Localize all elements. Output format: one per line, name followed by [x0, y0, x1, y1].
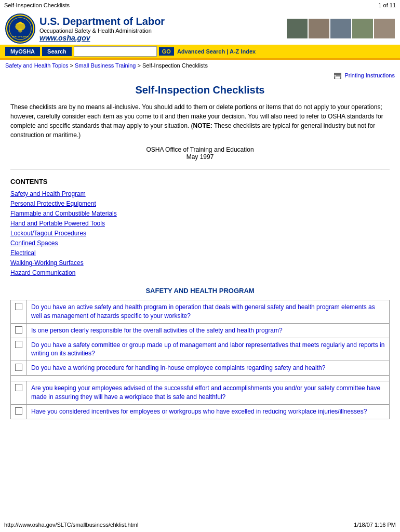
osha-seal: DEPT OF LABOR	[5, 14, 35, 44]
checkbox[interactable]	[15, 341, 22, 348]
header-photo-1	[287, 19, 308, 38]
site-header: DEPT OF LABOR U.S. Department of Labor O…	[0, 10, 400, 60]
toc-link-8[interactable]: Walking-Working Surfaces	[10, 259, 84, 267]
header-top: DEPT OF LABOR U.S. Department of Labor O…	[0, 10, 400, 44]
footer-url: http://www.osha.gov/SLTC/smallbusiness/c…	[4, 522, 138, 528]
question-cell: Is one person clearly responsible for th…	[27, 323, 390, 338]
spacer-row	[11, 376, 390, 381]
svg-rect-9	[335, 75, 336, 76]
list-item: Hazard Communication	[10, 269, 390, 276]
list-item: Walking-Working Surfaces	[10, 259, 390, 267]
printing-instructions-link[interactable]: Printing Instructions	[344, 72, 395, 78]
page-title-top: Self-Inspection Checklists	[4, 2, 70, 8]
section-header-shp: SAFETY AND HEALTH PROGRAM	[10, 287, 390, 295]
checkbox[interactable]	[15, 407, 22, 415]
checkbox-cell[interactable]	[11, 300, 27, 324]
myosha-link[interactable]: MyOSHA	[5, 47, 40, 56]
table-row: Do you have a safety committee or group …	[11, 338, 390, 361]
svg-rect-6	[335, 73, 340, 75]
list-item: Flammable and Combustible Materials	[10, 209, 390, 217]
nav-bar: MyOSHA Search GO Advanced Search | A-Z I…	[0, 45, 400, 58]
contents-label: CONTENTS	[10, 178, 390, 185]
header-photo-4	[352, 19, 373, 38]
checkbox-cell[interactable]	[11, 338, 27, 361]
toc-link-2[interactable]: Personal Protective Equipment	[10, 200, 96, 207]
contents-list: Safety and Health Program Personal Prote…	[10, 190, 390, 276]
toc-link-6[interactable]: Confined Spaces	[10, 240, 58, 247]
logo-text: U.S. Department of Labor Occupational Sa…	[39, 16, 165, 42]
checkbox-cell[interactable]	[11, 381, 27, 405]
az-index-link[interactable]: A-Z Index	[230, 48, 256, 55]
top-bar: Self-Inspection Checklists 1 of 11	[0, 0, 400, 10]
page-footer: http://www.osha.gov/SLTC/smallbusiness/c…	[0, 522, 400, 528]
checkbox-cell[interactable]	[11, 404, 27, 419]
checkbox[interactable]	[15, 364, 22, 371]
table-row: Do you have a working procedure for hand…	[11, 361, 390, 376]
breadcrumb: Safety and Health Topics > Small Busines…	[0, 60, 400, 71]
question-cell: Have you considered incentives for emplo…	[27, 404, 390, 419]
breadcrumb-current: Self-Inspection Checklists	[142, 62, 208, 69]
toc-link-3[interactable]: Flammable and Combustible Materials	[10, 210, 117, 217]
table-row: Is one person clearly responsible for th…	[11, 323, 390, 338]
printer-icon	[334, 73, 341, 79]
dept-subtitle: Occupational Safety & Health Administrat…	[39, 28, 165, 34]
spacer-cell	[11, 376, 390, 381]
checkbox-cell[interactable]	[11, 361, 27, 376]
question-cell: Do you have a working procedure for hand…	[27, 361, 390, 376]
checkbox-cell[interactable]	[11, 323, 27, 338]
header-photo-3	[330, 19, 351, 38]
checklist-table: Do you have an active safety and health …	[10, 300, 390, 419]
checkbox[interactable]	[15, 303, 22, 310]
list-item: Personal Protective Equipment	[10, 200, 390, 207]
attribution-line2: May 1997	[10, 153, 390, 161]
header-photo-2	[309, 19, 329, 38]
toc-link-9[interactable]: Hazard Communication	[10, 269, 75, 276]
question-cell: Are you keeping your employees advised o…	[27, 381, 390, 405]
breadcrumb-link-1[interactable]: Safety and Health Topics	[5, 62, 68, 69]
main-content: Self-Inspection Checklists These checkli…	[0, 80, 400, 434]
svg-point-4	[18, 29, 22, 33]
breadcrumb-sep-2: >	[137, 62, 142, 69]
list-item: Confined Spaces	[10, 239, 390, 247]
breadcrumb-link-2[interactable]: Small Business Training	[75, 62, 136, 69]
page-number: 1 of 11	[378, 2, 396, 8]
page-title: Self-Inspection Checklists	[10, 84, 390, 96]
table-row: Have you considered incentives for emplo…	[11, 404, 390, 419]
list-item: Hand and Portable Powered Tools	[10, 219, 390, 227]
list-item: Electrical	[10, 249, 390, 257]
dept-name: U.S. Department of Labor	[39, 16, 165, 28]
print-area: Printing Instructions	[0, 71, 400, 80]
osha-url[interactable]: www.osha.gov	[39, 34, 165, 42]
go-button[interactable]: GO	[159, 47, 174, 56]
svg-text:DEPT OF LABOR: DEPT OF LABOR	[12, 36, 29, 38]
logo-section: DEPT OF LABOR U.S. Department of Labor O…	[5, 14, 165, 44]
breadcrumb-sep-1: >	[70, 62, 75, 69]
checkbox[interactable]	[15, 384, 22, 391]
attribution-line1: OSHA Office of Training and Education	[10, 146, 390, 153]
toc-link-7[interactable]: Electrical	[10, 249, 36, 257]
intro-text: These checklists are by no means all-inc…	[10, 102, 390, 140]
question-cell: Do you have a safety committee or group …	[27, 338, 390, 361]
advanced-links: Advanced Search | A-Z Index	[177, 48, 256, 55]
toc-link-5[interactable]: Lockout/Tagout Procedures	[10, 230, 86, 237]
checkbox[interactable]	[15, 326, 22, 334]
table-row: Are you keeping your employees advised o…	[11, 381, 390, 405]
question-cell: Do you have an active safety and health …	[27, 300, 390, 324]
toc-link-1[interactable]: Safety and Health Program	[10, 190, 86, 197]
section-divider	[10, 169, 390, 169]
advanced-search-link[interactable]: Advanced Search	[177, 48, 225, 55]
table-row: Do you have an active safety and health …	[11, 300, 390, 324]
list-item: Safety and Health Program	[10, 190, 390, 197]
search-input[interactable]	[74, 46, 157, 57]
svg-rect-8	[335, 76, 340, 79]
header-photos	[287, 19, 395, 38]
search-link[interactable]: Search	[42, 47, 72, 56]
header-photo-5	[374, 19, 395, 38]
attribution: OSHA Office of Training and Education Ma…	[10, 146, 390, 161]
toc-link-4[interactable]: Hand and Portable Powered Tools	[10, 220, 105, 227]
footer-datetime: 1/18/07 1:16 PM	[354, 522, 396, 528]
list-item: Lockout/Tagout Procedures	[10, 229, 390, 237]
